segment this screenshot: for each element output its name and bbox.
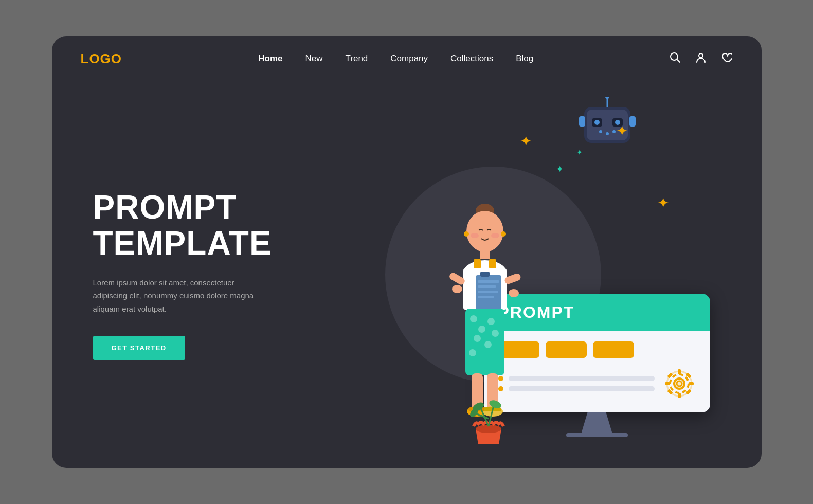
hero-section: PROMPT TEMPLATE Lorem ipsum dolor sit am… [52,81,762,468]
gear-icon [663,367,696,400]
hero-right: ✦ ✦ ✦ ✦ ✦ [309,81,720,468]
svg-rect-65 [689,382,694,385]
svg-rect-63 [678,393,681,398]
svg-rect-25 [478,280,499,283]
nav-link-trend[interactable]: Trend [346,53,368,63]
sparkle-icon-5: ✦ [576,148,583,156]
svg-point-31 [452,285,462,293]
svg-point-56 [612,130,616,133]
svg-rect-24 [480,272,490,277]
svg-point-8 [464,231,469,237]
prompt-btn-3 [593,341,634,358]
search-icon[interactable] [670,52,681,66]
nav-item-blog[interactable]: Blog [516,53,533,64]
logo[interactable]: LOGO [81,51,122,67]
svg-point-16 [470,315,477,322]
svg-point-21 [469,349,476,356]
heart-icon[interactable] [721,52,732,66]
svg-point-55 [606,132,609,135]
user-icon[interactable] [695,52,707,66]
svg-point-32 [509,289,519,297]
monitor-stand [582,412,612,433]
svg-line-1 [677,59,680,62]
svg-point-51 [594,120,600,125]
svg-point-9 [501,231,506,237]
plant-illustration [465,393,512,446]
robot-illustration [576,97,638,160]
svg-point-44 [488,399,502,409]
svg-point-18 [487,318,495,325]
nav-icon-group [670,52,732,66]
sparkle-icon-1: ✦ [520,133,532,150]
hero-title: PROMPT TEMPLATE [93,189,309,262]
nav-item-home[interactable]: Home [258,53,282,64]
svg-point-22 [492,330,499,337]
svg-rect-14 [489,259,496,268]
nav-links: Home New Trend Company Collections Blog [258,53,533,64]
nav-link-new[interactable]: New [305,53,323,63]
hero-description: Lorem ipsum dolor sit amet, consectetuer… [93,276,268,316]
nav-link-blog[interactable]: Blog [516,53,533,63]
svg-point-17 [478,326,485,333]
nav-item-trend[interactable]: Trend [346,53,368,64]
sparkle-icon-3: ✦ [616,122,628,139]
sparkle-icon-2: ✦ [556,164,564,175]
navbar: LOGO Home New Trend Company Collections … [52,36,762,81]
nav-link-home[interactable]: Home [258,53,282,63]
svg-line-42 [476,413,489,419]
nav-item-collections[interactable]: Collections [450,53,493,64]
svg-point-20 [484,341,492,348]
svg-rect-58 [629,116,636,127]
svg-rect-10 [480,250,490,259]
nav-item-new[interactable]: New [305,53,323,64]
nav-link-company[interactable]: Company [390,53,428,63]
svg-point-54 [599,130,602,133]
prompt-btn-2 [546,341,587,358]
svg-rect-62 [678,369,681,374]
svg-rect-57 [579,116,585,127]
svg-point-19 [474,335,481,342]
sparkle-icon-4: ✦ [657,194,669,211]
svg-rect-28 [478,296,494,298]
nav-link-collections[interactable]: Collections [450,53,493,63]
svg-rect-64 [665,382,670,385]
svg-point-7 [491,233,499,238]
svg-rect-26 [478,285,496,288]
nav-item-company[interactable]: Company [390,53,428,64]
main-window: LOGO Home New Trend Company Collections … [52,36,762,468]
svg-point-5 [466,211,503,252]
svg-rect-13 [474,259,481,268]
svg-point-6 [471,233,479,238]
monitor-base [566,433,628,437]
get-started-button[interactable]: GET STARTED [93,336,185,360]
svg-rect-27 [478,291,498,293]
svg-point-2 [699,53,703,58]
svg-point-47 [605,97,609,99]
hero-left: PROMPT TEMPLATE Lorem ipsum dolor sit am… [93,189,309,360]
